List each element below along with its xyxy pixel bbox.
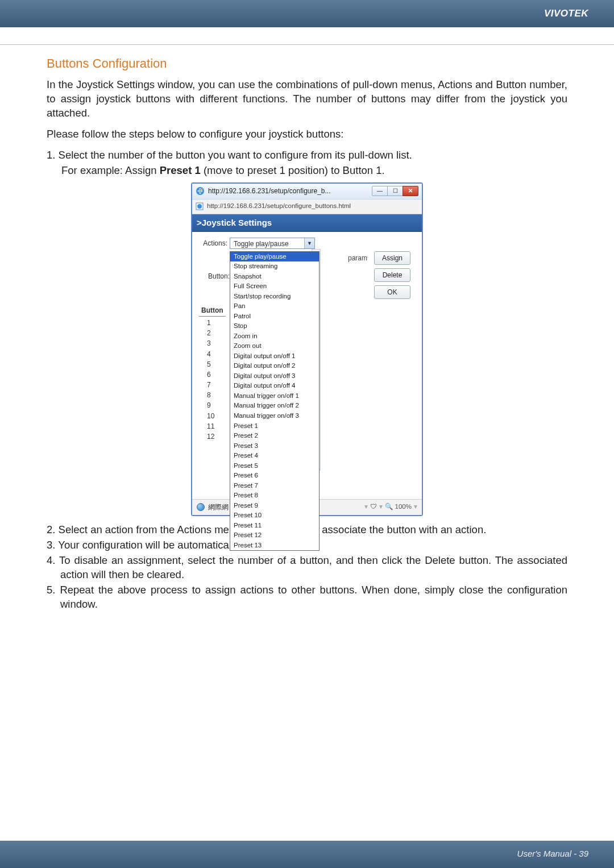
shield-icon: 🛡	[370, 502, 377, 512]
dropdown-option[interactable]: Preset 11	[230, 521, 319, 531]
dropdown-option[interactable]: Manual trigger on/off 2	[230, 401, 319, 411]
dropdown-option[interactable]: Preset 8	[230, 491, 319, 501]
step-5: 5. Repeat the above process to assign ac…	[47, 583, 567, 612]
page-icon	[196, 202, 204, 210]
step-1b-bold: Preset 1	[160, 164, 201, 176]
dropdown-option[interactable]: Preset 4	[230, 451, 319, 461]
dropdown-option[interactable]: Digital output on/off 1	[230, 351, 319, 362]
step-1b-prefix: For example: Assign	[61, 164, 160, 176]
window-maximize-button[interactable]: ☐	[387, 186, 403, 196]
step-2-suffix: to associate the button with an action.	[308, 524, 487, 535]
ok-button[interactable]: OK	[374, 285, 410, 299]
dropdown-option[interactable]: Full Screen	[230, 281, 319, 292]
button-column-header: Button	[199, 306, 226, 317]
button-number-cell: 5	[199, 359, 226, 369]
ie-icon	[196, 186, 205, 196]
status-zoom[interactable]: ▾ 🛡 ▾ 🔍 100% ▾	[364, 502, 417, 512]
window-titlebar: http://192.168.6.231/setup/configure_b..…	[192, 184, 422, 200]
dropdown-option[interactable]: Patrol	[230, 312, 319, 322]
actions-combobox-value: Toggle play/pause	[230, 238, 304, 248]
dropdown-option[interactable]: Digital output on/off 2	[230, 361, 319, 371]
joystick-settings-header: >Joystick Settings	[192, 214, 422, 232]
button-number-cell: 3	[199, 338, 226, 348]
dropdown-option[interactable]: Pan	[230, 301, 319, 312]
dropdown-option[interactable]: Manual trigger on/off 1	[230, 391, 319, 401]
button-number-cell: 2	[199, 328, 226, 338]
header-bar: VIVOTEK	[0, 0, 614, 27]
dropdown-option[interactable]: Preset 2	[230, 431, 319, 441]
button-number-cell: 11	[199, 421, 226, 431]
dropdown-option[interactable]: Manual trigger on/off 3	[230, 411, 319, 421]
dropdown-option[interactable]: Toggle play/pause	[230, 252, 319, 262]
window-title: http://192.168.6.231/setup/configure_b..…	[208, 186, 372, 196]
footer-text: User's Manual - 39	[517, 849, 588, 858]
dropdown-option[interactable]: Digital output on/off 4	[230, 381, 319, 391]
dropdown-option[interactable]: Preset 5	[230, 461, 319, 471]
dropdown-option[interactable]: Start/stop recording	[230, 292, 319, 302]
dropdown-option[interactable]: Preset 13	[230, 541, 319, 551]
window-close-button[interactable]: ✕	[403, 186, 418, 196]
page-content: Buttons Configuration In the Joystick Se…	[0, 45, 614, 612]
brand-label: VIVOTEK	[544, 8, 588, 19]
step-4: 4. To disable an assignment, select the …	[47, 554, 567, 582]
dropdown-option[interactable]: Preset 1	[230, 421, 319, 431]
dropdown-option[interactable]: Stop streaming	[230, 261, 319, 272]
button-number-column: Button 123456789101112	[199, 306, 226, 442]
svg-point-2	[197, 204, 202, 209]
dropdown-option[interactable]: Preset 12	[230, 530, 319, 541]
window-minimize-button[interactable]: —	[372, 186, 388, 196]
button-number-cell: 12	[199, 431, 226, 442]
actions-dropdown-list[interactable]: Toggle play/pauseStop streamingSnapshotF…	[230, 251, 320, 551]
status-zone-text: 網際網	[208, 502, 229, 512]
actions-combobox[interactable]: Toggle play/pause ▼	[230, 238, 315, 249]
button-number-cell: 6	[199, 369, 226, 380]
button-number-cell: 8	[199, 390, 226, 400]
dialog-window: http://192.168.6.231/setup/configure_b..…	[191, 182, 423, 516]
globe-icon	[197, 503, 205, 511]
dropdown-option[interactable]: Preset 7	[230, 481, 319, 491]
intro-paragraph-1: In the Joystick Settings window, you can…	[47, 78, 567, 121]
dropdown-option[interactable]: Preset 9	[230, 501, 319, 511]
button-number-cell: 7	[199, 380, 226, 390]
tab-url: http://192.168.6.231/setup/configure_but…	[207, 202, 351, 211]
dropdown-option[interactable]: Preset 10	[230, 510, 319, 521]
dropdown-option[interactable]: Preset 3	[230, 441, 319, 451]
assign-button[interactable]: Assign	[374, 251, 410, 265]
intro-paragraph-2: Please follow the steps below to configu…	[47, 127, 567, 142]
button-number-cell: 4	[199, 349, 226, 359]
zoom-icon: 🔍	[385, 502, 393, 512]
button-number-cell: 1	[199, 318, 226, 328]
chevron-down-icon[interactable]: ▼	[304, 238, 314, 248]
zoom-value: 100%	[395, 502, 412, 512]
dialog-body: >Joystick Settings Actions: Toggle play/…	[192, 214, 422, 515]
footer-bar: User's Manual - 39	[0, 841, 614, 868]
step-1-line-b: For example: Assign Preset 1 (move to pr…	[47, 164, 567, 178]
dropdown-option[interactable]: Zoom out	[230, 341, 319, 351]
delete-button[interactable]: Delete	[374, 268, 410, 282]
browser-tab-row: http://192.168.6.231/setup/configure_but…	[192, 200, 422, 214]
dropdown-option[interactable]: Stop	[230, 321, 319, 331]
button-number-cell: 10	[199, 411, 226, 421]
actions-label: Actions:	[197, 239, 230, 248]
param-label: param	[348, 254, 367, 263]
section-title: Buttons Configuration	[47, 55, 567, 72]
button-number-cell: 9	[199, 400, 226, 410]
dropdown-option[interactable]: Snapshot	[230, 272, 319, 282]
button-label: Button:	[197, 272, 230, 281]
step-1-line-a: 1. Select the number of the button you w…	[47, 148, 567, 163]
dropdown-option[interactable]: Digital output on/off 3	[230, 371, 319, 381]
dropdown-option[interactable]: Zoom in	[230, 331, 319, 342]
step-1b-suffix: (move to preset 1 position) to Button 1.	[201, 164, 385, 176]
dropdown-option[interactable]: Preset 6	[230, 471, 319, 481]
